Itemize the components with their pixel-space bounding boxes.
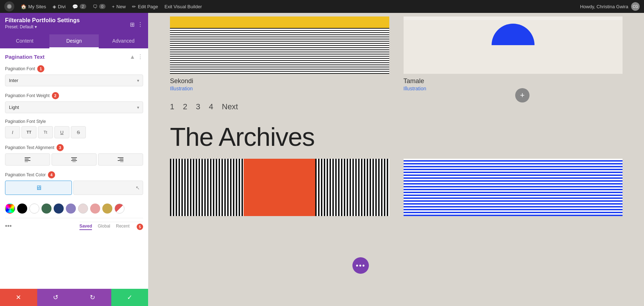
text-align-badge: 3 — [57, 144, 64, 151]
pagination-font-weight-label: Pagination Font Weight 2 — [5, 92, 143, 99]
portfolio-item-bottom-right — [404, 159, 623, 216]
saved-color-tab[interactable]: Saved — [79, 224, 92, 230]
comments-menu[interactable]: 💬 2 — [72, 4, 86, 9]
panel-header-icons: ⊞ ⋮ — [130, 21, 143, 28]
avatar: CG — [631, 2, 640, 11]
color-empty-input[interactable]: ↖ — [73, 181, 143, 195]
panel-title: Filterable Portfolio Settings — [5, 17, 80, 24]
pink-swatch[interactable] — [90, 204, 100, 214]
panel-menu-icon[interactable]: ⋮ — [137, 21, 143, 28]
panel-footer: ✕ ↺ ↻ ✓ — [0, 289, 148, 306]
tab-content[interactable]: Content — [0, 34, 49, 48]
titlecase-button[interactable]: Tt — [38, 126, 53, 138]
tamale-name: Tamale — [404, 77, 623, 85]
divi-icon: ◈ — [53, 4, 56, 9]
comment-icon: 💬 — [72, 4, 78, 9]
pagination-text-align-row: Pagination Text Alignment 3 — [5, 144, 143, 166]
page-3[interactable]: 3 — [196, 102, 200, 111]
section-collapse-icon[interactable]: ▲ — [130, 54, 135, 60]
monitor-icon: 🖥 — [35, 184, 42, 192]
bottom-right-thumbnail — [404, 159, 623, 216]
wp-logo-icon[interactable] — [4, 1, 14, 11]
barcode-right — [315, 159, 389, 216]
portfolio-item-bottom-left — [170, 159, 389, 216]
pagination-font-weight-row: Pagination Font Weight 2 Light — [5, 92, 143, 113]
gold-swatch[interactable] — [102, 204, 112, 214]
color-tabs: Saved Global Recent 5 — [79, 222, 143, 233]
divi-menu[interactable]: ◈ Divi — [53, 4, 66, 9]
blue-semicircle-shape — [492, 24, 535, 45]
canvas-area: Sekondi Illustration Tamale Illustration — [148, 13, 644, 306]
pagination: 1 2 3 4 Next — [170, 91, 623, 119]
font-weight-select-wrapper: Light — [5, 101, 143, 113]
section-header-icons: ▲ ⋮ — [130, 53, 143, 60]
edit-icon: ✏ — [132, 4, 136, 9]
dark-green-swatch[interactable] — [42, 204, 52, 214]
view-toggle-icon[interactable]: ⊞ — [130, 21, 135, 28]
tamale-category[interactable]: Illustration — [404, 86, 623, 91]
new-content-button[interactable]: + New — [112, 4, 126, 9]
my-sites-menu[interactable]: 🏠 My Sites — [21, 4, 46, 9]
panel-body: Pagination Text ▲ ⋮ Pagination Font 1 In… — [0, 48, 148, 289]
exit-builder-button[interactable]: Exit Visual Builder — [165, 4, 202, 9]
align-right-button[interactable] — [98, 153, 143, 166]
pagination-text-color-row: Pagination Text Color 4 🖥 ↖ — [5, 171, 143, 195]
next-button[interactable]: Next — [222, 102, 238, 111]
red-diagonal-swatch[interactable] — [114, 204, 125, 214]
barcode-left — [170, 159, 244, 216]
cancel-button[interactable]: ✕ — [0, 289, 37, 306]
pagination-font-style-row: Pagination Font Style I TT Tt U S — [5, 119, 143, 138]
add-content-button[interactable]: + — [515, 88, 530, 102]
page-1[interactable]: 1 — [170, 102, 174, 111]
module-options-button[interactable]: ••• — [352, 257, 369, 274]
orange-block — [244, 159, 315, 216]
white-swatch[interactable] — [29, 204, 39, 214]
portfolio-item-tamale: Tamale Illustration — [404, 16, 623, 91]
redo-button[interactable]: ↻ — [74, 289, 111, 306]
recent-color-tab[interactable]: Recent — [116, 224, 130, 230]
sekondi-thumbnail — [170, 16, 389, 74]
comments-zero-menu[interactable]: 🗨 0 — [93, 4, 106, 9]
section-menu-icon[interactable]: ⋮ — [137, 53, 143, 60]
sekondi-category[interactable]: Illustration — [170, 86, 389, 91]
color-count-badge: 5 — [137, 224, 143, 230]
pagination-text-align-label: Pagination Text Alignment 3 — [5, 144, 143, 151]
section-title: Pagination Text — [5, 54, 45, 60]
align-center-button[interactable] — [52, 153, 97, 166]
panel-header: Filterable Portfolio Settings Preset: De… — [0, 13, 148, 34]
color-picker-row: 🖥 ↖ — [5, 181, 143, 195]
allcaps-button[interactable]: TT — [21, 126, 36, 138]
align-buttons — [5, 153, 143, 166]
color-picker-swatch[interactable]: ✏ — [5, 204, 15, 214]
edit-page-button[interactable]: ✏ Edit Page — [132, 4, 158, 9]
global-color-tab[interactable]: Global — [98, 224, 110, 230]
strikethrough-button[interactable]: S — [71, 126, 86, 138]
lavender-swatch[interactable] — [66, 204, 76, 214]
font-style-buttons: I TT Tt U S — [5, 126, 143, 138]
pagination-font-select[interactable]: Inter — [5, 75, 143, 86]
desktop-color-button[interactable]: 🖥 — [5, 181, 72, 195]
more-dots-icon[interactable]: ••• — [5, 223, 12, 230]
panel-preset[interactable]: Preset: Default ▾ — [5, 24, 80, 32]
italic-button[interactable]: I — [5, 126, 20, 138]
portfolio-grid-top: Sekondi Illustration Tamale Illustration — [170, 13, 623, 91]
undo-button[interactable]: ↺ — [37, 289, 74, 306]
cursor-icon: ↖ — [136, 185, 140, 191]
tab-design[interactable]: Design — [49, 34, 99, 48]
svg-point-0 — [7, 4, 11, 9]
save-button[interactable]: ✓ — [111, 289, 148, 306]
page-4[interactable]: 4 — [209, 102, 213, 111]
navy-swatch[interactable] — [54, 204, 64, 214]
pagination-font-weight-select[interactable]: Light — [5, 102, 143, 113]
tab-advanced[interactable]: Advanced — [99, 34, 148, 48]
light-gray-swatch[interactable] — [78, 204, 88, 214]
page-2[interactable]: 2 — [183, 102, 187, 111]
underline-button[interactable]: U — [54, 126, 69, 138]
section-header: Pagination Text ▲ ⋮ — [5, 53, 143, 60]
align-left-button[interactable] — [5, 153, 50, 166]
comment2-icon: 🗨 — [93, 4, 97, 9]
sekondi-name: Sekondi — [170, 77, 389, 85]
user-menu[interactable]: Howdy, Christina Gwira CG — [580, 2, 640, 11]
black-swatch[interactable] — [17, 204, 27, 214]
font-select-wrapper: Inter — [5, 75, 143, 86]
